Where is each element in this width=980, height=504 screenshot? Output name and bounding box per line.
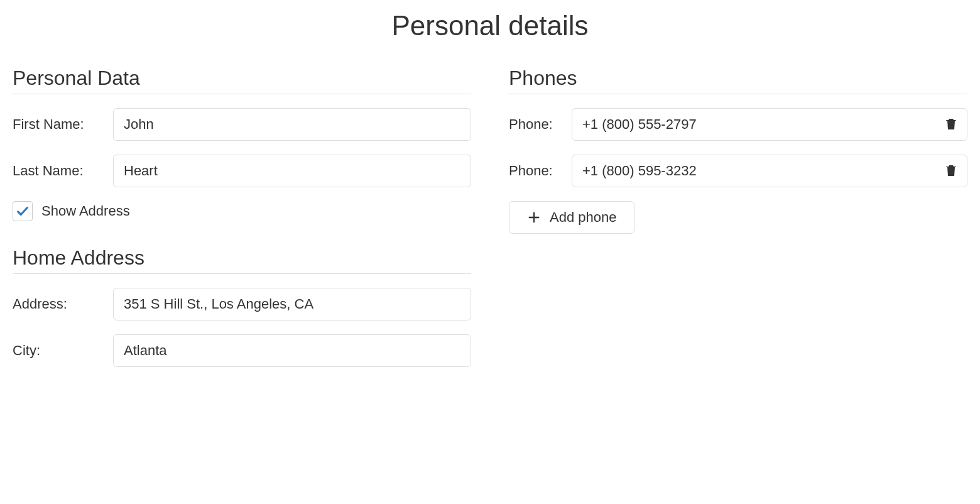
last-name-label: Last Name:: [13, 163, 113, 179]
city-input[interactable]: [113, 334, 471, 367]
address-label: Address:: [13, 296, 113, 312]
address-row: Address:: [13, 288, 471, 320]
show-address-label: Show Address: [41, 203, 130, 219]
home-address-group: Home Address Address: City:: [13, 246, 471, 367]
home-address-heading: Home Address: [13, 246, 471, 274]
phones-heading: Phones: [509, 67, 967, 94]
delete-phone-button-0[interactable]: [941, 114, 961, 134]
phone-row-0: Phone:: [509, 108, 967, 141]
check-icon: [16, 204, 30, 218]
address-input[interactable]: [113, 288, 471, 320]
phone-label: Phone:: [509, 116, 572, 133]
phone-input-0[interactable]: [572, 108, 967, 141]
add-phone-label: Add phone: [550, 209, 616, 226]
plus-icon: [527, 211, 541, 224]
first-name-label: First Name:: [13, 116, 113, 133]
show-address-checkbox[interactable]: [13, 201, 33, 221]
personal-data-heading: Personal Data: [13, 67, 471, 94]
show-address-row: Show Address: [13, 201, 471, 221]
delete-phone-button-1[interactable]: [941, 161, 961, 181]
phone-input-1[interactable]: [572, 155, 967, 187]
first-name-row: First Name:: [13, 108, 471, 141]
trash-icon: [944, 163, 959, 180]
city-label: City:: [13, 342, 113, 359]
phones-group: Phones Phone: Phone:: [509, 67, 967, 234]
first-name-input[interactable]: [113, 108, 471, 141]
add-phone-button[interactable]: Add phone: [509, 201, 634, 234]
last-name-row: Last Name:: [13, 155, 471, 187]
city-row: City:: [13, 334, 471, 367]
trash-icon: [944, 116, 959, 133]
last-name-input[interactable]: [113, 155, 471, 187]
phone-row-1: Phone:: [509, 155, 967, 187]
personal-data-group: Personal Data First Name: Last Name:: [13, 67, 471, 221]
page-title: Personal details: [13, 10, 967, 41]
phone-label: Phone:: [509, 163, 572, 179]
add-phone-row: Add phone: [509, 201, 967, 234]
